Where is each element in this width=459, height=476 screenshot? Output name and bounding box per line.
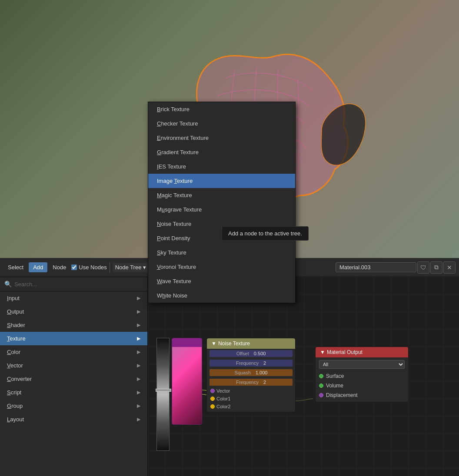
select-button[interactable]: Select (3, 262, 28, 272)
sidebar-item-input[interactable]: Input▶ (0, 291, 147, 305)
sidebar-item-label: Group (7, 403, 23, 409)
noise-texture-node[interactable]: ▼ Noise Texture Offset 0.500 Frequency 2… (206, 338, 296, 412)
arrow-icon: ▶ (137, 322, 140, 328)
sidebar-item-color[interactable]: Color▶ (0, 345, 147, 359)
material-output-node[interactable]: ▼ Material Output All Surface Volume Dis… (315, 347, 409, 402)
squash-field[interactable]: Squash 1.000 (210, 369, 293, 376)
context-item-brick-texture[interactable]: Brick Texture (148, 102, 295, 116)
sidebar-item-script[interactable]: Script▶ (0, 386, 147, 399)
tooltip: Add a node to the active tree. (222, 226, 309, 241)
shield-icon-button[interactable]: 🛡 (417, 261, 429, 274)
context-item-environment-texture[interactable]: Environment Texture (148, 131, 295, 145)
surface-socket (319, 374, 323, 378)
arrow-icon: ▶ (137, 390, 140, 395)
material-output-header: ▼ Material Output (316, 347, 408, 357)
arrow-icon: ▶ (137, 309, 140, 314)
context-item-magic-texture[interactable]: Magic Texture (148, 188, 295, 202)
context-item-sky-texture[interactable]: Sky Texture (148, 245, 295, 260)
context-item-checker-texture[interactable]: Checker Texture (148, 116, 295, 131)
separator-1 (110, 262, 110, 273)
context-item-ies-texture[interactable]: IES Texture (148, 159, 295, 174)
node-tree-dropdown[interactable]: Node Tree ▾ (113, 263, 149, 272)
frequency-field-2[interactable]: Frequency 2 (210, 379, 293, 386)
frequency-row-2: Frequency 2 (207, 377, 295, 387)
sidebar-item-label: Script (7, 389, 21, 396)
node-button[interactable]: Node (48, 262, 70, 272)
volume-row: Volume (316, 381, 408, 390)
color-strip (156, 338, 170, 451)
context-item-musgrave-texture[interactable]: Musgrave Texture (148, 202, 295, 217)
sidebar-item-label: Vector (7, 362, 23, 369)
sidebar-item-label: Input (7, 295, 20, 301)
menu-list: Input▶Output▶Shader▶Texture▶Color▶Vector… (0, 291, 147, 426)
displacement-row: Displacement (316, 390, 408, 402)
offset-row: Offset 0.500 (207, 349, 295, 358)
sidebar-item-layout[interactable]: Layout▶ (0, 413, 147, 426)
vector-socket (210, 389, 215, 393)
node-area[interactable]: ▼ Noise Texture Offset 0.500 Frequency 2… (148, 277, 459, 476)
mo-dropdown[interactable]: All (319, 360, 405, 369)
arrow-icon: ▶ (137, 295, 140, 301)
color-node-partial[interactable] (172, 338, 202, 425)
copy-icon: ⧉ (434, 264, 439, 271)
search-bar: 🔍 (0, 277, 147, 291)
sidebar-item-label: Layout (7, 416, 24, 423)
texture-submenu: Brick TextureChecker TextureEnvironment … (148, 102, 296, 303)
frequency-field-1[interactable]: Frequency 2 (210, 360, 293, 367)
sidebar-item-label: Shader (7, 322, 25, 328)
close-icon-button[interactable]: ✕ (443, 261, 456, 274)
arrow-icon: ▶ (137, 363, 140, 368)
sidebar-item-label: Texture (7, 335, 26, 342)
left-panel: 🔍 Input▶Output▶Shader▶Texture▶Color▶Vect… (0, 277, 148, 476)
copy-icon-button[interactable]: ⧉ (430, 261, 442, 274)
context-item-image-texture[interactable]: Image Texture (148, 174, 295, 188)
context-item-gradient-texture[interactable]: Gradient Texture (148, 145, 295, 159)
search-icon: 🔍 (4, 281, 12, 288)
arrow-icon: ▶ (137, 403, 140, 409)
noise-node-title: Noise Texture (218, 340, 250, 347)
vector-socket-row: Vector (207, 387, 295, 395)
tooltip-text: Add a node to the active tree. (228, 230, 302, 237)
context-item-white-noise[interactable]: White Noise (148, 288, 295, 303)
context-list: Brick TextureChecker TextureEnvironment … (148, 102, 295, 303)
use-nodes-checkbox[interactable]: Use Nodes (71, 264, 106, 271)
add-button[interactable]: Add (29, 262, 47, 272)
noise-texture-node-header: ▼ Noise Texture (207, 338, 295, 349)
close-icon: ✕ (447, 264, 452, 271)
sidebar-item-output[interactable]: Output▶ (0, 305, 147, 318)
mo-triangle: ▼ (320, 349, 325, 355)
shield-icon: 🛡 (420, 264, 426, 271)
sidebar-item-shader[interactable]: Shader▶ (0, 318, 147, 332)
color-node-header (172, 338, 202, 347)
arrow-icon: ▶ (137, 349, 140, 355)
context-item-wave-texture[interactable]: Wave Texture (148, 274, 295, 288)
volume-socket (319, 383, 323, 388)
material-name-input[interactable] (336, 262, 416, 272)
offset-field[interactable]: Offset 0.500 (210, 350, 293, 357)
sidebar-item-label: Converter (7, 376, 32, 382)
sidebar-item-group[interactable]: Group▶ (0, 399, 147, 413)
search-input[interactable] (14, 281, 143, 288)
sidebar-item-label: Output (7, 308, 24, 315)
color2-socket (210, 404, 215, 409)
color1-socket-row: Color1 (207, 395, 295, 403)
color-strip-handle[interactable] (156, 389, 171, 392)
arrow-icon: ▶ (137, 336, 140, 341)
color2-socket-row: Color2 (207, 403, 295, 412)
sidebar-item-vector[interactable]: Vector▶ (0, 359, 147, 372)
color1-socket (210, 397, 215, 401)
frequency-row-1: Frequency 2 (207, 358, 295, 368)
arrow-icon: ▶ (137, 416, 140, 422)
sidebar-item-converter[interactable]: Converter▶ (0, 372, 147, 386)
squash-row: Squash 1.000 (207, 368, 295, 377)
mo-title: Material Output (327, 349, 363, 355)
context-item-voronoi-texture[interactable]: Voronoi Texture (148, 260, 295, 274)
color-node-body (172, 347, 202, 425)
sidebar-item-texture[interactable]: Texture▶ (0, 332, 147, 345)
sidebar-item-label: Color (7, 349, 20, 355)
noise-node-triangle: ▼ (211, 340, 216, 347)
displacement-socket (319, 393, 323, 397)
arrow-icon: ▶ (137, 376, 140, 382)
surface-row: Surface (316, 371, 408, 381)
